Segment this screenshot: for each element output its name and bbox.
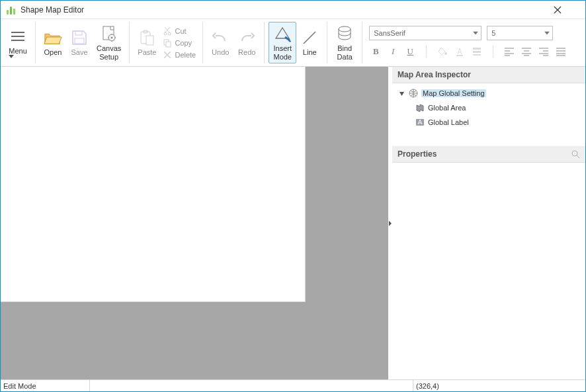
toolbar-font-area: SansSerif 5 B I U [362,22,585,63]
undo-icon [211,28,230,47]
close-button[interactable] [554,6,583,14]
svg-point-23 [572,151,577,156]
toolbar-group-data: Bind Data [327,22,362,63]
underline-button[interactable]: U [403,45,417,58]
svg-rect-14 [166,42,171,47]
toolbar-group-file: Open Save Canvas [36,22,130,63]
svg-rect-1 [11,36,24,37]
insert-mode-label: Insert Mode [273,44,292,60]
undo-button[interactable]: Undo [207,22,233,63]
status-bar: Edit Mode (326,4) [1,379,585,391]
svg-rect-3 [75,31,82,35]
chevron-down-icon [473,32,478,35]
status-mode: Edit Mode [1,380,90,391]
canvas-background[interactable] [1,67,388,379]
inspector-title: Map Area Inspector [398,70,471,79]
properties-body [392,163,585,379]
svg-rect-19 [473,51,481,53]
title-bar: Shape Map Editor [1,1,585,19]
paste-label: Paste [138,48,156,56]
bind-data-label: Bind Data [337,44,353,60]
menu-button[interactable]: Menu [5,22,31,63]
app-icon [6,5,17,15]
window-title: Shape Map Editor [21,5,84,15]
svg-rect-18 [473,48,481,50]
toolbar-group-clipboard: Paste Cut Copy Delete [130,22,203,63]
redo-icon [237,28,256,47]
align-left-button[interactable] [503,45,516,58]
status-mid [90,380,413,391]
font-size-combo[interactable]: 5 [487,26,553,40]
bold-button[interactable]: B [369,45,382,58]
svg-point-16 [444,52,447,55]
separator [493,46,493,58]
tree-row-area[interactable]: Global Area [396,100,581,115]
font-family-value: SansSerif [374,29,405,37]
italic-button[interactable]: I [386,45,399,58]
save-icon [70,28,89,47]
cut-label: Cut [175,27,186,35]
format-align-group [503,45,567,58]
text-color-button[interactable] [453,45,466,58]
insert-mode-icon [273,24,292,43]
toolbar-group-menu: Menu [1,22,36,63]
tree-area-label: Global Area [428,104,466,112]
properties-header: Properties [392,146,585,163]
svg-rect-17 [456,55,463,56]
highlight-button[interactable] [470,45,483,58]
svg-rect-2 [11,40,24,41]
line-label: Line [303,48,317,56]
tree-row-label[interactable]: Global Label [396,115,581,130]
bind-data-button[interactable]: Bind Data [331,22,358,63]
cut-button[interactable]: Cut [160,26,198,36]
save-button[interactable]: Save [66,22,93,63]
delete-icon [163,50,172,59]
tree-row-root[interactable]: Map Global Setting [396,86,581,100]
expander-icon[interactable] [399,91,405,97]
main-area: Map Area Inspector Map Global Setting [1,67,585,379]
label-icon [415,117,425,128]
canvas-setup-button[interactable]: Canvas Setup [93,22,125,63]
align-center-button[interactable] [520,45,533,58]
format-color-group [436,45,483,58]
open-button[interactable]: Open [40,22,66,63]
copy-button[interactable]: Copy [160,38,198,48]
svg-rect-20 [473,54,481,56]
inspector-tree: Map Global Setting Global Area Global La… [392,83,585,146]
search-icon[interactable] [571,149,580,159]
paste-button[interactable]: Paste [134,22,160,63]
tree-root-label: Map Global Setting [421,89,486,97]
fill-color-button[interactable] [436,45,449,58]
toolbar-group-insert: Insert Mode Line [265,22,327,63]
line-button[interactable]: Line [296,22,323,63]
format-style-group: B I U [369,45,417,58]
open-label: Open [44,48,62,56]
bind-data-icon [335,24,354,43]
separator [426,46,427,58]
align-right-button[interactable] [537,45,550,58]
svg-point-11 [164,32,167,35]
font-family-combo[interactable]: SansSerif [369,26,481,40]
svg-rect-0 [11,32,24,33]
svg-point-7 [110,37,112,39]
svg-rect-4 [75,38,84,44]
redo-button[interactable]: Redo [233,22,260,63]
align-justify-button[interactable] [554,45,567,58]
undo-label: Undo [212,48,229,56]
right-panel: Map Area Inspector Map Global Setting [392,67,585,379]
delete-label: Delete [175,51,196,59]
copy-label: Copy [175,39,192,47]
tree-label-label: Global Label [428,118,469,126]
area-icon [415,102,425,113]
svg-point-12 [168,32,171,35]
delete-button[interactable]: Delete [160,50,198,59]
canvas[interactable] [1,67,305,301]
globe-icon [408,88,419,98]
toolbar-clipboard-small: Cut Copy Delete [160,22,198,63]
cut-icon [163,26,172,36]
chevron-down-icon [544,32,550,35]
properties-title: Properties [398,149,437,159]
insert-mode-button[interactable]: Insert Mode [269,22,296,63]
save-label: Save [71,48,87,56]
canvas-setup-label: Canvas Setup [97,44,121,60]
